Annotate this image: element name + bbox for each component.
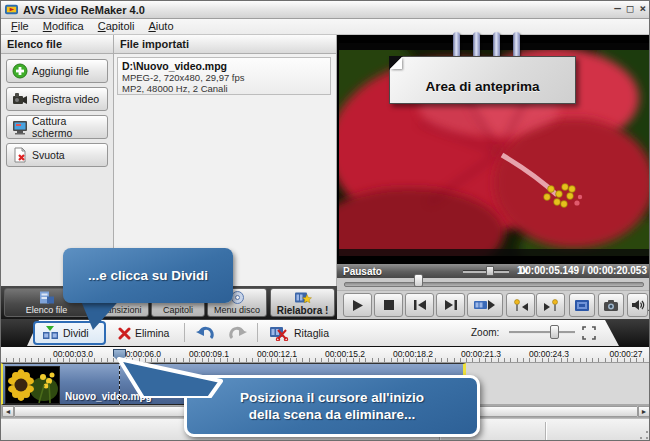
scroll-right-icon[interactable]: ► [638, 406, 650, 417]
next-frame-icon [445, 300, 457, 310]
file-name: D:\Nuovo_video.mpg [122, 60, 326, 72]
seek-track[interactable] [344, 282, 644, 287]
ruler-label: 00:00:03.0 [53, 349, 93, 359]
play-icon [351, 299, 364, 312]
next-chapter-button[interactable] [536, 293, 565, 317]
undo-icon [196, 326, 215, 340]
ruler-label: 00:00:12.1 [257, 349, 297, 359]
zoom-label: Zoom: [471, 327, 499, 338]
menu-aiuto[interactable]: Aiuto [141, 19, 180, 34]
record-video-icon [11, 91, 29, 107]
playback-status-bar: Pausato 1x 00:00:05.149 / 00:00:20.053 [337, 264, 650, 278]
stop-icon [384, 300, 394, 310]
zoom-fit-icon[interactable] [582, 326, 596, 344]
time-display: 00:00:05.149 / 00:00:20.053 [520, 265, 647, 276]
left-panel-header: Elenco file [1, 35, 114, 54]
player-controls [337, 291, 650, 319]
remake-tab-icon [294, 290, 312, 305]
snapshot-button[interactable] [598, 293, 624, 317]
tab-rielabora[interactable]: Rielabora ! [270, 288, 335, 317]
preview-note-text: Area di anteprima [425, 79, 539, 94]
file-list-item[interactable]: D:\Nuovo_video.mpg MPEG-2, 720x480, 29,9… [117, 57, 331, 95]
stop-button[interactable] [374, 293, 403, 317]
redo-button[interactable] [223, 323, 252, 343]
next-scene-button[interactable] [467, 293, 503, 317]
volume-button[interactable] [627, 293, 648, 317]
menu-capitoli[interactable]: Capitoli [91, 19, 142, 34]
previous-chapter-button[interactable] [506, 293, 535, 317]
fullscreen-icon [574, 299, 590, 312]
clear-list-icon [11, 147, 29, 163]
previous-frame-button[interactable] [405, 293, 434, 317]
close-button[interactable]: × [639, 2, 646, 16]
speed-slider-thumb[interactable] [486, 266, 494, 276]
fullscreen-button[interactable] [569, 293, 595, 317]
file-video-info: MPEG-2, 720x480, 29,97 fps [122, 72, 326, 83]
zoom-slider-thumb[interactable] [550, 325, 559, 339]
add-file-button[interactable]: Aggiungi file [6, 59, 108, 83]
volume-icon [631, 299, 645, 311]
trim-icon [270, 326, 290, 341]
previous-chapter-icon [513, 299, 529, 312]
cursor-callout: Posiziona il cursore all'inizio della sc… [184, 375, 480, 437]
scroll-left-icon[interactable]: ◄ [2, 406, 14, 417]
split-icon [42, 326, 59, 340]
clear-list-button[interactable]: Svuota [6, 143, 108, 167]
title-bar: AVS Video ReMaker 4.0 – □ × [1, 1, 650, 19]
minimize-button[interactable]: – [614, 2, 621, 16]
ruler-label: 00:00:18.2 [393, 349, 433, 359]
menu-modifica[interactable]: Modifica [36, 19, 91, 34]
file-audio-info: MP2, 48000 Hz, 2 Canali [122, 83, 326, 94]
cursor-callout-tail [113, 353, 223, 398]
clip-thumbnail [5, 366, 60, 404]
app-window: AVS Video ReMaker 4.0 – □ × File Modific… [0, 0, 650, 441]
snapshot-icon [603, 299, 619, 312]
redo-icon [228, 326, 247, 340]
record-video-button[interactable]: Registra video [6, 87, 108, 111]
seek-bar [337, 278, 650, 291]
capture-screen-icon [11, 119, 29, 135]
next-chapter-icon [543, 299, 559, 312]
file-list-tab-icon [39, 290, 55, 305]
ruler-label: 00:00:15.2 [325, 349, 365, 359]
menu-bar: File Modifica Capitoli Aiuto [1, 19, 650, 35]
next-frame-button[interactable] [436, 293, 465, 317]
playback-state-label: Pausato [343, 266, 382, 277]
timeline-ruler[interactable]: 00:00:03.0 00:00:06.0 00:00:09.1 00:00:1… [1, 347, 650, 363]
zoom-slider[interactable] [509, 331, 575, 334]
ruler-label: 00:00:27 [609, 349, 642, 359]
add-file-icon [11, 63, 29, 79]
capture-screen-button[interactable]: Cattura schermo [6, 115, 108, 139]
preview-note-callout: Area di anteprima [389, 56, 576, 104]
play-button[interactable] [343, 293, 372, 317]
next-scene-icon [474, 299, 496, 311]
ritaglia-button[interactable]: Ritaglia [265, 323, 334, 343]
ruler-label: 00:00:24.3 [529, 349, 569, 359]
seek-thumb[interactable] [414, 274, 423, 287]
menu-file[interactable]: File [4, 19, 36, 34]
ruler-label: 00:00:21.3 [461, 349, 501, 359]
dividi-callout: ...e clicca su Dividi [63, 248, 233, 303]
undo-button[interactable] [191, 323, 220, 343]
previous-frame-icon [414, 300, 426, 310]
resize-grip[interactable] [639, 430, 649, 440]
window-title: AVS Video ReMaker 4.0 [23, 4, 145, 16]
file-panel-header: File importati [114, 35, 337, 54]
maximize-button[interactable]: □ [627, 2, 634, 16]
app-icon [5, 3, 18, 16]
